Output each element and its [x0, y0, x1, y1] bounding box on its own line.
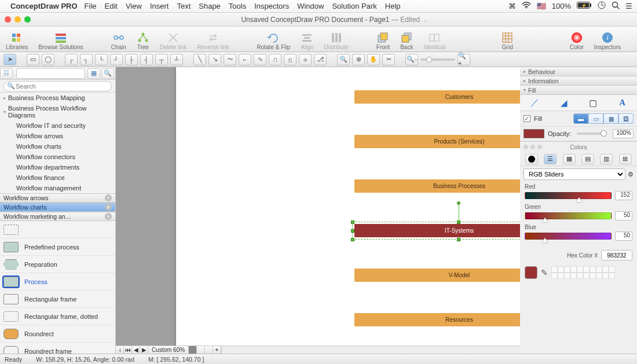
menu-window[interactable]: Window — [297, 2, 324, 10]
eyedropper-icon[interactable]: ✎ — [541, 268, 548, 277]
page-tab[interactable] — [205, 346, 213, 354]
chain-button[interactable]: Chain — [111, 31, 126, 50]
drawing-page[interactable]: Customers Products (Services) Business P… — [176, 67, 520, 354]
battery-icon[interactable]: ⚡ — [577, 2, 592, 10]
search-toggle-icon[interactable]: 🔍 — [101, 68, 114, 79]
current-color-swatch[interactable] — [523, 129, 544, 138]
grid-view-icon[interactable]: ▦ — [87, 68, 100, 79]
close-lib-icon[interactable]: × — [105, 194, 112, 201]
library-search-input[interactable] — [3, 81, 112, 91]
curve-tool[interactable]: 〜 — [224, 54, 236, 65]
fill-solid[interactable]: ▬ — [573, 113, 588, 124]
close-lib-icon[interactable]: × — [105, 213, 112, 220]
palettes-mode-icon[interactable]: ▦ — [563, 154, 576, 164]
resize-handle[interactable] — [351, 229, 354, 233]
inspector-information[interactable]: Information — [520, 76, 637, 86]
band-products[interactable]: Products (Services) — [354, 135, 520, 148]
sol-sub-5[interactable]: Workflow departments — [0, 162, 115, 172]
sol-sub-4[interactable]: Workflow connectors — [0, 152, 115, 162]
resize-handle[interactable] — [457, 238, 460, 241]
browse-solutions-button[interactable]: Browse Solutions — [38, 31, 83, 50]
rect-tool[interactable]: ▭ — [27, 54, 39, 65]
front-button[interactable]: Front — [376, 31, 390, 50]
menu-solution-park[interactable]: Solution Park — [332, 2, 376, 10]
tab-text-icon[interactable]: A — [616, 97, 629, 109]
sol-sub-1[interactable]: Workflow IT and security — [0, 120, 115, 131]
page-tab[interactable] — [197, 346, 205, 354]
fill-checkbox[interactable]: ✓ — [523, 115, 530, 122]
custom-mode-icon[interactable]: ⊞ — [619, 154, 632, 164]
swatch-cells[interactable] — [551, 266, 621, 279]
line-tool[interactable]: ╲ — [193, 54, 206, 65]
scroll-handle-icon[interactable]: ⫞ — [116, 346, 124, 354]
opacity-slider[interactable] — [577, 133, 607, 135]
spectrum-mode-icon[interactable]: ▤ — [581, 154, 594, 164]
crop-tool[interactable]: ✂ — [382, 54, 395, 65]
tree-button[interactable]: Tree — [137, 31, 149, 50]
connector-4[interactable]: ┘ — [110, 54, 123, 65]
spline-tool[interactable]: ∿ — [254, 54, 266, 65]
menu-file[interactable]: File — [85, 2, 97, 10]
zoom-in-icon[interactable]: 🔍 — [337, 54, 350, 65]
menu-extras-icon[interactable]: ☰ — [625, 2, 632, 10]
connector-8[interactable]: ┴ — [170, 54, 183, 65]
libraries-button[interactable]: Libraries — [6, 31, 28, 50]
shape-roundrect-frame[interactable]: Roundrect frame — [0, 343, 115, 354]
connector-6[interactable]: ┤ — [140, 54, 153, 65]
shape-roundrect[interactable]: Roundrect — [0, 325, 115, 343]
shape-predefined-process[interactable]: Predefined process — [0, 238, 115, 256]
page-next-icon[interactable]: ▶ — [140, 346, 148, 354]
page-first-icon[interactable]: ⏮ — [124, 346, 132, 354]
menu-tools[interactable]: Tools — [229, 2, 246, 10]
zoom-readout[interactable]: Custom 60% — [148, 346, 189, 354]
elbow-tool[interactable]: ⌐ — [239, 54, 251, 65]
page-tab[interactable] — [189, 346, 197, 354]
band-v-model[interactable]: V-Model — [354, 269, 520, 282]
green-slider[interactable] — [525, 212, 612, 219]
route-1[interactable]: ⎍ — [269, 54, 281, 65]
shape-process[interactable]: Process — [0, 273, 115, 291]
menu-edit[interactable]: Edit — [105, 2, 118, 10]
inspectors-button[interactable]: iInspectors — [594, 31, 621, 50]
red-value[interactable]: 152 — [615, 191, 632, 200]
tab-line-icon[interactable]: ／ — [528, 97, 541, 109]
wifi-icon[interactable] — [522, 2, 531, 10]
resize-handle[interactable] — [351, 238, 354, 241]
connector-7[interactable]: ┬ — [155, 54, 168, 65]
flag-icon[interactable]: 🇺🇸 — [537, 2, 546, 10]
lib-workflow-marketing[interactable]: Workflow marketing an…× — [0, 212, 115, 221]
band-customers[interactable]: Customers — [354, 90, 520, 104]
connector-2[interactable]: ┐ — [80, 54, 93, 65]
inspector-behaviour[interactable]: Behaviour — [520, 67, 637, 76]
fill-image[interactable]: 🖼 — [618, 113, 634, 124]
page-add-icon[interactable]: + — [213, 346, 221, 354]
panel-toggle-1[interactable]: ☷ — [0, 68, 13, 79]
crayons-mode-icon[interactable]: ▥ — [600, 154, 613, 164]
green-value[interactable]: 50 — [615, 211, 632, 220]
zoom-tool[interactable]: ⊕ — [352, 54, 365, 65]
wheel-mode-icon[interactable] — [525, 154, 538, 164]
close-button[interactable] — [5, 16, 11, 23]
hscroll-track[interactable] — [221, 346, 520, 354]
menu-inspectors[interactable]: Inspectors — [254, 2, 289, 10]
hex-input[interactable] — [601, 250, 632, 260]
app-name[interactable]: ConceptDraw PRO — [10, 2, 78, 10]
menu-text[interactable]: Text — [177, 2, 191, 10]
minimize-button[interactable] — [14, 16, 21, 23]
menu-shape[interactable]: Shape — [199, 2, 221, 10]
sol-sub-6[interactable]: Workflow finance — [0, 172, 115, 183]
fill-pattern[interactable]: ▩ — [603, 113, 618, 124]
zoom-in-button[interactable]: 🔍+ — [457, 54, 470, 65]
opacity-value[interactable]: 100% — [613, 129, 634, 138]
red-slider[interactable] — [525, 192, 612, 199]
menu-help[interactable]: Help — [385, 2, 401, 10]
arrow-tool[interactable]: ↘ — [208, 54, 221, 65]
fill-gradient[interactable]: ▭ — [588, 113, 603, 124]
band-it-systems[interactable]: IT-Systems — [354, 224, 520, 237]
sol-sub-2[interactable]: Workflow arrows — [0, 131, 115, 141]
shape-rect-frame[interactable]: Rectangular frame — [0, 291, 115, 308]
band-resources[interactable]: Resources — [354, 313, 520, 326]
shape-item[interactable] — [0, 221, 115, 238]
route-3[interactable]: ⎆ — [299, 54, 312, 65]
blue-slider[interactable] — [525, 233, 612, 240]
